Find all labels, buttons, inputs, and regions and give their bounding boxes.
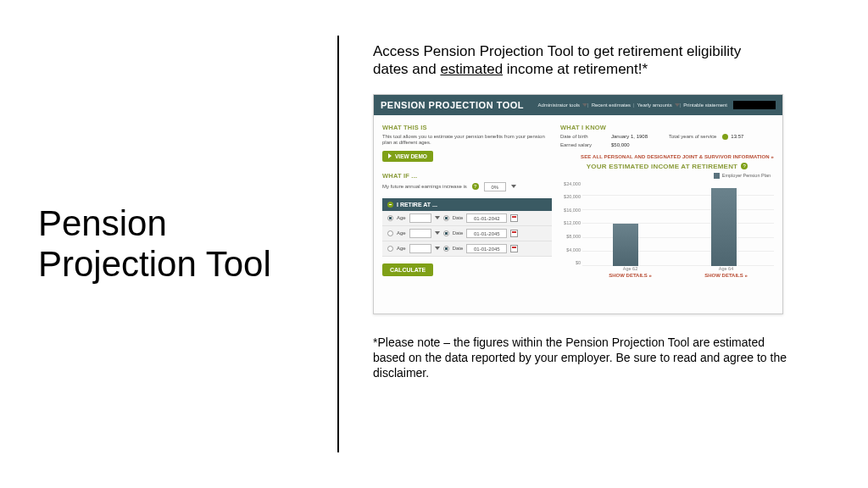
yearly-amounts-link[interactable]: Yearly amounts <box>637 103 672 108</box>
date-input[interactable]: 01-01-2045 <box>466 244 507 253</box>
date-radio[interactable] <box>443 230 449 236</box>
retire-at-header: I RETIRE AT ... <box>382 198 552 211</box>
what-i-know-grid: Date of birth January 1, 1908 Total year… <box>560 134 774 147</box>
legend-swatch <box>714 173 720 179</box>
age-radio[interactable] <box>387 215 393 221</box>
play-icon <box>388 153 392 158</box>
page-title: Pension Projection Tool <box>38 203 312 286</box>
x-label: Age 64 <box>678 266 774 271</box>
separator: | <box>587 103 589 108</box>
age-label: Age <box>397 246 406 251</box>
age-input[interactable] <box>409 244 431 253</box>
date-label: Date <box>453 215 464 220</box>
income-bar-chart: $24,000 $20,000 $16,000 $12,000 $8,000 $… <box>560 181 774 266</box>
show-details-link[interactable]: SHOW DETAILS » <box>582 273 678 278</box>
dob-value: January 1, 1908 <box>611 134 669 139</box>
y-tick: $4,000 <box>560 247 581 252</box>
what-if-heading: WHAT IF ... <box>382 172 552 180</box>
salary-label: Earned salary <box>560 142 611 147</box>
clock-icon <box>387 202 393 208</box>
age-input[interactable] <box>409 229 431 238</box>
chevron-down-icon[interactable] <box>435 216 440 219</box>
service-label: Total years of service <box>669 134 720 139</box>
show-details-link[interactable]: SHOW DETAILS » <box>678 273 774 278</box>
redacted-block <box>733 101 776 109</box>
retire-row: Age Date 01-01-2045 <box>382 226 552 241</box>
tool-header: PENSION PROJECTION TOOL Administrator to… <box>374 95 782 115</box>
help-icon[interactable]: ? <box>472 183 479 190</box>
status-dot-icon <box>722 134 728 140</box>
y-tick: $8,000 <box>560 234 581 239</box>
chart-legend: Employer Pension Plan <box>560 173 771 179</box>
y-tick: $24,000 <box>560 181 581 186</box>
bar-age-64 <box>711 188 737 266</box>
legend-label: Employer Pension Plan <box>722 173 771 178</box>
calendar-icon[interactable] <box>510 214 518 222</box>
dob-label: Date of birth <box>560 134 611 139</box>
pension-tool-screenshot: PENSION PROJECTION TOOL Administrator to… <box>373 94 783 314</box>
chevron-down-icon[interactable] <box>511 185 516 188</box>
y-tick: $16,000 <box>560 208 581 213</box>
age-input[interactable] <box>409 214 431 223</box>
earnings-increase-input[interactable]: 0% <box>484 182 506 191</box>
what-i-know-heading: WHAT I KNOW <box>560 124 774 131</box>
view-demo-button[interactable]: VIEW DEMO <box>382 151 433 162</box>
intro-post: income at retirement!* <box>503 61 648 77</box>
date-input[interactable]: 01-01-2045 <box>466 229 507 238</box>
date-label: Date <box>453 246 464 251</box>
tool-header-title: PENSION PROJECTION TOOL <box>381 100 524 110</box>
bar-age-62 <box>613 224 638 266</box>
x-label: Age 62 <box>582 266 678 271</box>
y-tick: $20,000 <box>560 194 581 199</box>
calculate-button[interactable]: CALCULATE <box>382 263 433 276</box>
retire-at-rows: Age Date 01-01-2042 Age <box>382 211 552 257</box>
retire-at-label: I RETIRE AT ... <box>397 202 437 208</box>
age-label: Age <box>397 230 406 236</box>
service-value: 13.57 <box>720 134 774 140</box>
date-input[interactable]: 01-01-2042 <box>466 214 507 223</box>
salary-value: $50,000 <box>611 142 669 147</box>
y-axis: $24,000 $20,000 $16,000 $12,000 $8,000 $… <box>560 181 582 266</box>
age-label: Age <box>397 215 406 220</box>
help-icon[interactable]: ? <box>741 163 748 169</box>
chevron-down-icon[interactable] <box>435 247 440 250</box>
earnings-increase-label: My future annual earnings increase is <box>382 184 467 189</box>
recent-estimates-link[interactable]: Recent estimates <box>592 103 631 108</box>
calendar-icon[interactable] <box>510 245 518 252</box>
separator: | <box>633 103 635 108</box>
chart-plot-area <box>582 181 774 266</box>
separator: | <box>680 103 682 108</box>
age-radio[interactable] <box>387 246 393 252</box>
retire-row: Age Date 01-01-2045 <box>382 241 552 257</box>
footnote: *Please note – the figures within the Pe… <box>373 335 797 381</box>
chevron-down-icon[interactable] <box>435 231 440 235</box>
view-demo-label: VIEW DEMO <box>395 153 427 159</box>
see-personal-info-link[interactable]: SEE ALL PERSONAL AND DESIGNATED JOINT & … <box>560 154 774 159</box>
intro-text: Access Pension Projection Tool to get re… <box>373 42 771 79</box>
date-label: Date <box>453 230 464 236</box>
admin-tools-link[interactable]: Administrator tools <box>537 103 580 108</box>
what-this-is-desc: This tool allows you to estimate your pe… <box>382 134 552 147</box>
x-axis-labels: Age 62 Age 64 <box>582 266 774 271</box>
calendar-icon[interactable] <box>510 230 518 237</box>
intro-underlined: estimated <box>440 61 503 77</box>
printable-statement-link[interactable]: Printable statement <box>683 103 727 108</box>
what-this-is-heading: WHAT THIS IS <box>382 124 552 131</box>
date-radio[interactable] <box>443 215 449 221</box>
retire-row: Age Date 01-01-2042 <box>382 211 552 226</box>
date-radio[interactable] <box>443 246 449 252</box>
age-radio[interactable] <box>387 230 393 236</box>
y-tick: $12,000 <box>560 220 581 225</box>
estimated-income-heading: YOUR ESTIMATED INCOME AT RETIREMENT <box>587 163 737 170</box>
